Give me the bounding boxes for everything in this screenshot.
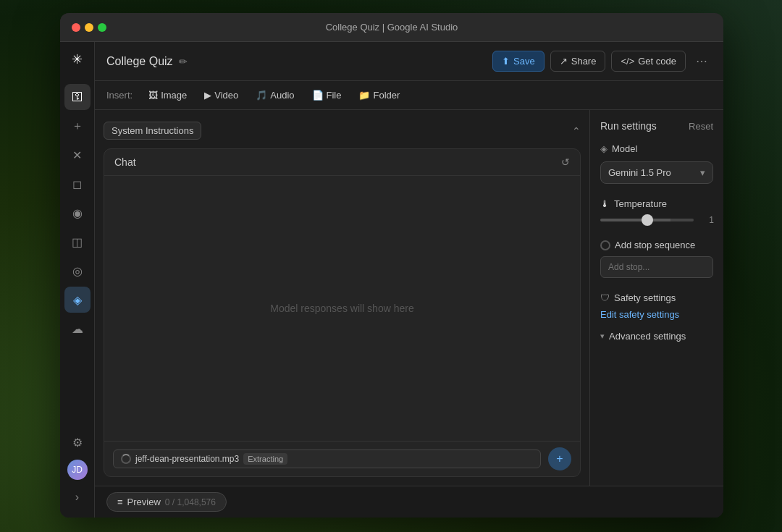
code-icon: </> <box>621 56 634 67</box>
sidebar-item-key[interactable]: ⚿ <box>64 84 91 110</box>
insert-file-button[interactable]: 📄 File <box>305 87 349 104</box>
save-button[interactable]: ⬆ Save <box>492 51 545 72</box>
more-options-button[interactable]: ⋯ <box>691 51 712 72</box>
footer: ≡ Preview 0 / 1,048,576 <box>95 486 723 518</box>
stop-sequence-input[interactable] <box>600 256 713 278</box>
header-left: College Quiz ✏ <box>106 55 188 68</box>
chevron-down-icon: ▾ <box>700 167 705 178</box>
right-panel: Run settings Reset ◈ Model Gemini 1.5 Pr… <box>589 110 723 486</box>
sidebar-collapse-button[interactable]: › <box>64 484 91 510</box>
stop-sequence-title: Add stop sequence <box>615 240 695 250</box>
chevron-down-icon: ▾ <box>600 332 605 341</box>
temperature-section: 🌡 Temperature 1 <box>600 198 713 225</box>
sidebar-item-discord[interactable]: ◈ <box>64 287 91 313</box>
sidebar-item-bulb[interactable]: ◎ <box>64 258 91 284</box>
temperature-label: 🌡 Temperature <box>600 198 713 209</box>
sidebar-item-add[interactable]: ＋ <box>64 113 91 139</box>
model-select[interactable]: Gemini 1.5 Pro ▾ <box>600 161 713 184</box>
collapse-button[interactable]: ⌃ <box>572 125 581 137</box>
settings-button[interactable]: ⚙ <box>64 429 91 455</box>
content-area: College Quiz ✏ ⬆ Save ↗ Share </> Get co… <box>95 42 723 518</box>
chevron-up-icon: ⌃ <box>572 125 581 137</box>
sidebar: ✳ ⚿ ＋ ✕ ◻ ◉ ◫ ◎ ◈ <box>60 42 95 518</box>
graduation-icon: ◉ <box>72 206 83 220</box>
plus-icon: + <box>556 452 563 465</box>
advanced-settings-toggle[interactable]: ▾ Advanced settings <box>600 331 713 342</box>
logo-icon[interactable]: ✳ <box>66 48 89 71</box>
toolbar: Insert: 🖼 Image ▶ Video 🎵 Audio 📄 File <box>95 81 723 110</box>
sidebar-item-bag[interactable]: ◻ <box>64 171 91 197</box>
sidebar-item-doc[interactable]: ◫ <box>64 229 91 255</box>
maximize-button[interactable] <box>98 23 106 32</box>
loading-spinner <box>121 454 131 464</box>
insert-label: Insert: <box>106 90 133 101</box>
header-right: ⬆ Save ↗ Share </> Get code ⋯ <box>492 51 712 72</box>
file-badge: jeff-dean-presentation.mp3 Extracting <box>113 449 541 468</box>
header: College Quiz ✏ ⬆ Save ↗ Share </> Get co… <box>95 42 723 81</box>
sidebar-item-cloud[interactable]: ☁ <box>64 316 91 342</box>
get-code-button[interactable]: </> Get code <box>611 51 686 72</box>
safety-header: 🛡 Safety settings <box>600 292 713 303</box>
system-instructions-button[interactable]: System Instructions <box>104 122 201 140</box>
add-icon: ＋ <box>72 119 83 134</box>
temperature-icon: 🌡 <box>600 198 610 209</box>
bulb-icon: ◎ <box>72 264 83 278</box>
insert-image-button[interactable]: 🖼 Image <box>141 87 194 104</box>
menu-icon: ≡ <box>117 497 123 507</box>
insert-folder-button[interactable]: 📁 Folder <box>351 87 407 104</box>
video-icon: ▶ <box>204 90 211 101</box>
insert-audio-button[interactable]: 🎵 Audio <box>248 87 301 104</box>
folder-icon: 📁 <box>358 90 370 101</box>
stop-sequence-header: Add stop sequence <box>600 240 713 250</box>
radio-button[interactable] <box>600 240 610 250</box>
chat-header: Chat ↺ <box>104 149 580 176</box>
key-icon: ⚿ <box>72 90 83 104</box>
insert-video-button[interactable]: ▶ Video <box>197 87 245 104</box>
edit-title-button[interactable]: ✏ <box>179 56 188 67</box>
reset-button[interactable]: Reset <box>689 121 713 132</box>
cloud-icon: ☁ <box>72 322 83 336</box>
app-body: ✳ ⚿ ＋ ✕ ◻ ◉ ◫ ◎ ◈ <box>60 42 723 518</box>
edit-safety-link[interactable]: Edit safety settings <box>600 309 679 320</box>
avatar[interactable]: JD <box>67 460 88 480</box>
discord-icon: ◈ <box>73 293 82 307</box>
model-icon: ◈ <box>600 143 607 154</box>
safety-title: Safety settings <box>614 292 676 303</box>
send-button[interactable]: + <box>548 447 571 470</box>
model-section-title: Model <box>612 143 637 154</box>
document-icon: ◫ <box>72 235 83 249</box>
app-window: College Quiz | Google AI Studio ✳ ⚿ ＋ ✕ … <box>60 13 723 518</box>
advanced-settings-title: Advanced settings <box>609 331 686 342</box>
file-icon: 📄 <box>312 90 324 101</box>
sidebar-bottom: ⚙ JD › <box>64 428 91 512</box>
model-section-header: ◈ Model <box>600 143 713 154</box>
audio-icon: 🎵 <box>256 90 267 101</box>
window-title: College Quiz | Google AI Studio <box>326 22 458 33</box>
preview-button[interactable]: ≡ Preview 0 / 1,048,576 <box>106 492 227 512</box>
close-button[interactable] <box>72 23 80 32</box>
slider-row: 1 <box>600 215 713 225</box>
titlebar: College Quiz | Google AI Studio <box>60 13 723 42</box>
file-name: jeff-dean-presentation.mp3 <box>135 454 239 464</box>
project-title: College Quiz <box>106 55 173 68</box>
traffic-lights <box>72 23 106 32</box>
main-panel: System Instructions ⌃ Chat ↺ <box>95 110 723 486</box>
model-name: Gemini 1.5 Pro <box>608 167 671 178</box>
temperature-value: 1 <box>699 215 714 225</box>
token-count: 0 / 1,048,576 <box>165 497 216 507</box>
model-section: ◈ Model Gemini 1.5 Pro ▾ <box>600 143 713 184</box>
temperature-slider[interactable] <box>600 219 694 221</box>
sidebar-item-x[interactable]: ✕ <box>64 142 91 168</box>
refresh-icon: ↺ <box>561 156 570 168</box>
save-icon: ⬆ <box>502 56 510 67</box>
minimize-button[interactable] <box>85 23 93 32</box>
run-settings-header: Run settings Reset <box>600 120 713 132</box>
chevron-right-icon: › <box>75 491 79 504</box>
image-icon: 🖼 <box>148 90 158 101</box>
chat-input-area[interactable]: jeff-dean-presentation.mp3 Extracting + <box>104 441 580 476</box>
refresh-button[interactable]: ↺ <box>561 156 570 168</box>
sidebar-item-grad[interactable]: ◉ <box>64 200 91 226</box>
share-button[interactable]: ↗ Share <box>550 51 606 72</box>
chat-area: System Instructions ⌃ Chat ↺ <box>95 110 589 486</box>
share-icon: ↗ <box>560 56 568 67</box>
